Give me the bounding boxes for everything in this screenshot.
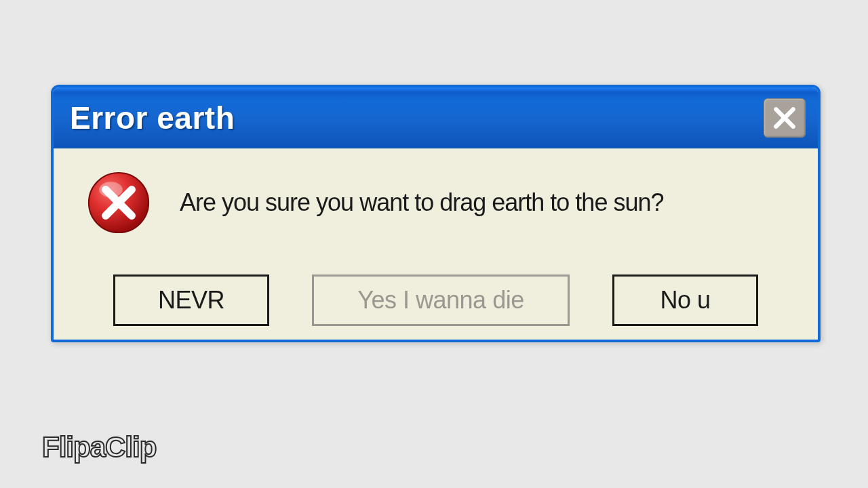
nevr-button[interactable]: NEVR	[113, 274, 269, 326]
close-icon	[772, 105, 797, 131]
button-row: NEVR Yes I wanna die No u	[73, 274, 799, 326]
error-dialog: Error earth Are you sure you w	[51, 85, 821, 342]
message-row: Are you sure you want to drag earth to t…	[73, 165, 799, 235]
dialog-body: Are you sure you want to drag earth to t…	[54, 148, 818, 340]
watermark: FlipaClip	[42, 431, 156, 464]
titlebar[interactable]: Error earth	[54, 87, 818, 148]
dialog-title: Error earth	[70, 100, 235, 136]
close-button[interactable]	[764, 98, 806, 138]
error-icon	[86, 170, 151, 235]
no-u-button[interactable]: No u	[612, 274, 758, 326]
dialog-message: Are you sure you want to drag earth to t…	[180, 188, 663, 217]
yes-button[interactable]: Yes I wanna die	[312, 274, 570, 326]
